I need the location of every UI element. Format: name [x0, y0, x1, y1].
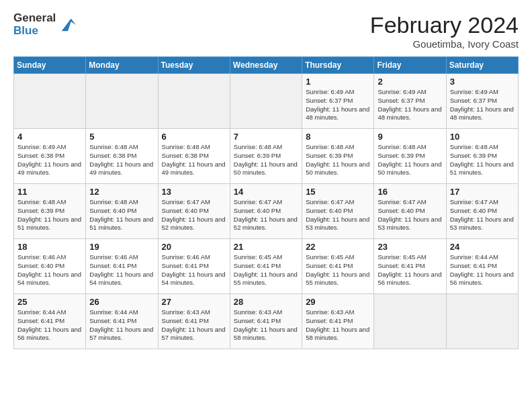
logo-icon	[58, 15, 77, 34]
day-cell: 26Sunrise: 6:44 AM Sunset: 6:41 PM Dayli…	[86, 294, 158, 349]
day-info: Sunrise: 6:49 AM Sunset: 6:37 PM Dayligh…	[450, 88, 515, 122]
day-cell: 25Sunrise: 6:44 AM Sunset: 6:41 PM Dayli…	[14, 294, 86, 349]
day-info: Sunrise: 6:48 AM Sunset: 6:38 PM Dayligh…	[162, 143, 226, 177]
day-info: Sunrise: 6:47 AM Sunset: 6:40 PM Dayligh…	[162, 198, 226, 232]
day-number: 13	[162, 187, 226, 197]
day-cell	[230, 74, 302, 129]
day-cell: 10Sunrise: 6:48 AM Sunset: 6:39 PM Dayli…	[446, 129, 518, 184]
week-row-2: 4Sunrise: 6:49 AM Sunset: 6:38 PM Daylig…	[14, 129, 519, 184]
weekday-header-friday: Friday	[374, 57, 446, 74]
day-cell: 2Sunrise: 6:49 AM Sunset: 6:37 PM Daylig…	[374, 74, 446, 129]
day-info: Sunrise: 6:49 AM Sunset: 6:38 PM Dayligh…	[17, 143, 82, 177]
weekday-header-wednesday: Wednesday	[230, 57, 302, 74]
weekday-header-saturday: Saturday	[446, 57, 518, 74]
week-row-4: 18Sunrise: 6:46 AM Sunset: 6:40 PM Dayli…	[14, 239, 519, 294]
day-number: 28	[234, 297, 298, 307]
logo-general: General	[13, 12, 56, 25]
day-info: Sunrise: 6:45 AM Sunset: 6:41 PM Dayligh…	[378, 253, 442, 287]
day-info: Sunrise: 6:48 AM Sunset: 6:40 PM Dayligh…	[89, 198, 154, 232]
day-number: 26	[89, 297, 154, 307]
day-info: Sunrise: 6:47 AM Sunset: 6:40 PM Dayligh…	[378, 198, 442, 232]
day-info: Sunrise: 6:48 AM Sunset: 6:39 PM Dayligh…	[450, 143, 515, 177]
day-number: 8	[306, 132, 370, 142]
day-cell	[14, 74, 86, 129]
day-cell: 18Sunrise: 6:46 AM Sunset: 6:40 PM Dayli…	[14, 239, 86, 294]
day-info: Sunrise: 6:43 AM Sunset: 6:41 PM Dayligh…	[234, 308, 298, 342]
day-number: 23	[378, 242, 442, 252]
day-info: Sunrise: 6:48 AM Sunset: 6:39 PM Dayligh…	[17, 198, 82, 232]
day-number: 1	[306, 77, 370, 87]
day-number: 12	[89, 187, 154, 197]
day-info: Sunrise: 6:48 AM Sunset: 6:39 PM Dayligh…	[234, 143, 298, 177]
day-cell: 5Sunrise: 6:48 AM Sunset: 6:38 PM Daylig…	[86, 129, 158, 184]
day-cell: 7Sunrise: 6:48 AM Sunset: 6:39 PM Daylig…	[230, 129, 302, 184]
page: General Blue February 2024 Gouetimba, Iv…	[0, 0, 532, 356]
weekday-header-sunday: Sunday	[14, 57, 86, 74]
day-info: Sunrise: 6:47 AM Sunset: 6:40 PM Dayligh…	[306, 198, 370, 232]
day-info: Sunrise: 6:44 AM Sunset: 6:41 PM Dayligh…	[450, 253, 515, 287]
day-cell: 20Sunrise: 6:46 AM Sunset: 6:41 PM Dayli…	[158, 239, 230, 294]
day-cell	[446, 294, 518, 349]
day-number: 17	[450, 187, 515, 197]
logo: General Blue	[13, 12, 77, 37]
day-number: 6	[162, 132, 226, 142]
day-number: 15	[306, 187, 370, 197]
day-number: 11	[17, 187, 82, 197]
day-number: 5	[89, 132, 154, 142]
day-number: 22	[306, 242, 370, 252]
day-cell: 8Sunrise: 6:48 AM Sunset: 6:39 PM Daylig…	[302, 129, 374, 184]
header: General Blue February 2024 Gouetimba, Iv…	[13, 12, 519, 50]
day-number: 14	[234, 187, 298, 197]
day-number: 25	[17, 297, 82, 307]
day-info: Sunrise: 6:44 AM Sunset: 6:41 PM Dayligh…	[17, 308, 82, 342]
day-cell: 15Sunrise: 6:47 AM Sunset: 6:40 PM Dayli…	[302, 184, 374, 239]
day-number: 24	[450, 242, 515, 252]
day-number: 3	[450, 77, 515, 87]
day-cell	[158, 74, 230, 129]
day-cell: 23Sunrise: 6:45 AM Sunset: 6:41 PM Dayli…	[374, 239, 446, 294]
weekday-header-row: SundayMondayTuesdayWednesdayThursdayFrid…	[14, 57, 519, 74]
day-cell: 3Sunrise: 6:49 AM Sunset: 6:37 PM Daylig…	[446, 74, 518, 129]
day-number: 19	[89, 242, 154, 252]
day-cell	[86, 74, 158, 129]
day-info: Sunrise: 6:43 AM Sunset: 6:41 PM Dayligh…	[162, 308, 226, 342]
title-block: February 2024 Gouetimba, Ivory Coast	[370, 12, 519, 50]
day-cell: 16Sunrise: 6:47 AM Sunset: 6:40 PM Dayli…	[374, 184, 446, 239]
logo-text: General Blue	[13, 12, 56, 37]
day-number: 7	[234, 132, 298, 142]
day-cell: 11Sunrise: 6:48 AM Sunset: 6:39 PM Dayli…	[14, 184, 86, 239]
day-info: Sunrise: 6:49 AM Sunset: 6:37 PM Dayligh…	[306, 88, 370, 122]
day-info: Sunrise: 6:45 AM Sunset: 6:41 PM Dayligh…	[306, 253, 370, 287]
day-cell	[374, 294, 446, 349]
day-cell: 27Sunrise: 6:43 AM Sunset: 6:41 PM Dayli…	[158, 294, 230, 349]
day-info: Sunrise: 6:46 AM Sunset: 6:41 PM Dayligh…	[162, 253, 226, 287]
day-info: Sunrise: 6:48 AM Sunset: 6:39 PM Dayligh…	[306, 143, 370, 177]
day-cell: 14Sunrise: 6:47 AM Sunset: 6:40 PM Dayli…	[230, 184, 302, 239]
day-cell: 9Sunrise: 6:48 AM Sunset: 6:39 PM Daylig…	[374, 129, 446, 184]
title-location: Gouetimba, Ivory Coast	[370, 38, 519, 50]
day-number: 18	[17, 242, 82, 252]
weekday-header-tuesday: Tuesday	[158, 57, 230, 74]
day-cell: 12Sunrise: 6:48 AM Sunset: 6:40 PM Dayli…	[86, 184, 158, 239]
day-info: Sunrise: 6:45 AM Sunset: 6:41 PM Dayligh…	[234, 253, 298, 287]
day-cell: 4Sunrise: 6:49 AM Sunset: 6:38 PM Daylig…	[14, 129, 86, 184]
calendar-table: SundayMondayTuesdayWednesdayThursdayFrid…	[13, 56, 519, 349]
day-cell: 17Sunrise: 6:47 AM Sunset: 6:40 PM Dayli…	[446, 184, 518, 239]
day-cell: 22Sunrise: 6:45 AM Sunset: 6:41 PM Dayli…	[302, 239, 374, 294]
day-info: Sunrise: 6:46 AM Sunset: 6:40 PM Dayligh…	[17, 253, 82, 287]
day-info: Sunrise: 6:46 AM Sunset: 6:41 PM Dayligh…	[89, 253, 154, 287]
day-info: Sunrise: 6:48 AM Sunset: 6:39 PM Dayligh…	[378, 143, 442, 177]
day-info: Sunrise: 6:44 AM Sunset: 6:41 PM Dayligh…	[89, 308, 154, 342]
week-row-1: 1Sunrise: 6:49 AM Sunset: 6:37 PM Daylig…	[14, 74, 519, 129]
day-number: 2	[378, 77, 442, 87]
week-row-3: 11Sunrise: 6:48 AM Sunset: 6:39 PM Dayli…	[14, 184, 519, 239]
day-cell: 19Sunrise: 6:46 AM Sunset: 6:41 PM Dayli…	[86, 239, 158, 294]
day-cell: 24Sunrise: 6:44 AM Sunset: 6:41 PM Dayli…	[446, 239, 518, 294]
logo-blue: Blue	[13, 25, 56, 38]
day-info: Sunrise: 6:43 AM Sunset: 6:41 PM Dayligh…	[306, 308, 370, 342]
weekday-header-thursday: Thursday	[302, 57, 374, 74]
day-cell: 6Sunrise: 6:48 AM Sunset: 6:38 PM Daylig…	[158, 129, 230, 184]
day-cell: 29Sunrise: 6:43 AM Sunset: 6:41 PM Dayli…	[302, 294, 374, 349]
day-cell: 13Sunrise: 6:47 AM Sunset: 6:40 PM Dayli…	[158, 184, 230, 239]
day-number: 4	[17, 132, 82, 142]
